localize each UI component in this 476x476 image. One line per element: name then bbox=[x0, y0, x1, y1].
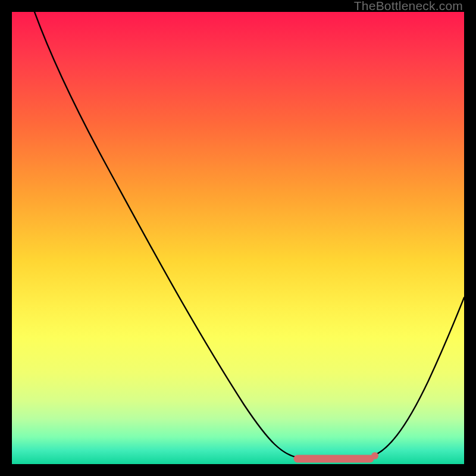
chart-frame bbox=[12, 12, 464, 464]
chart-background-gradient bbox=[12, 12, 464, 464]
watermark-text: TheBottleneck.com bbox=[354, 0, 463, 13]
